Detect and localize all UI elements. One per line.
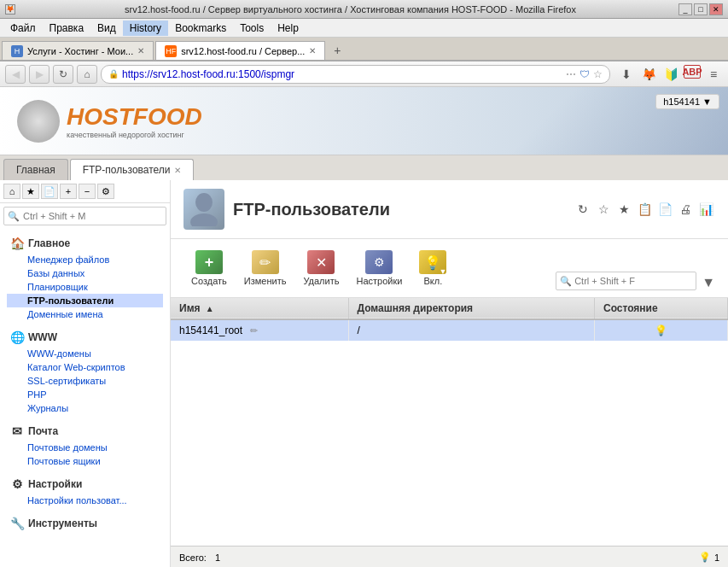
sidebar-item-logs[interactable]: Журналы xyxy=(7,401,163,415)
sidebar: ⌂ ★ 📄 + − ⚙ 🔍 🏠 Главное Менеджер файлов … xyxy=(0,180,171,567)
tools-section-icon: 🔧 xyxy=(10,517,24,530)
menu-bookmarks[interactable]: Bookmarks xyxy=(168,20,233,36)
col-state-label: Состояние xyxy=(603,302,658,314)
security-icon[interactable]: 🔰 xyxy=(661,65,680,84)
address-bar[interactable]: 🔒 ⋯ 🛡 ☆ xyxy=(101,65,610,84)
sidebar-header-settings[interactable]: ⚙ Настройки xyxy=(7,475,163,494)
delete-button[interactable]: ✕ Удалить xyxy=(295,246,347,290)
back-button[interactable]: ◀ xyxy=(5,65,26,84)
window-buttons[interactable]: _ □ ✕ xyxy=(678,3,723,15)
toolbar-print-icon[interactable]: 🖨 xyxy=(676,200,695,219)
sidebar-section-mail: ✉ Почта Почтовые домены Почтовые ящики xyxy=(0,417,170,470)
menu-tools[interactable]: Tools xyxy=(233,20,271,36)
sidebar-add-btn[interactable]: + xyxy=(60,184,77,199)
total-label: Всего: xyxy=(179,552,207,563)
menu-view[interactable]: Вид xyxy=(90,20,123,36)
maximize-button[interactable]: □ xyxy=(694,3,708,15)
sidebar-search-input[interactable] xyxy=(23,211,162,221)
title-bar-icon: 🦊 xyxy=(5,4,15,15)
browser-tab-2[interactable]: HF srv12.host-food.ru / Сервер... ✕ xyxy=(155,41,325,60)
delete-icon-shape: ✕ xyxy=(307,250,335,274)
row-edit-pencil[interactable]: ✏ xyxy=(250,325,258,336)
adblock-icon[interactable]: ABP xyxy=(684,65,701,79)
sidebar-item-www-domains[interactable]: WWW-домены xyxy=(7,347,163,360)
sidebar-header-mail[interactable]: ✉ Почта xyxy=(7,422,163,441)
toolbar-bookmarkfill-icon[interactable]: ★ xyxy=(614,200,633,219)
ftp-table: Имя ▲ Домашняя директория Состояние xyxy=(171,298,728,341)
logo-text: HOSTFOOD качественный недорогой хостинг xyxy=(67,103,202,139)
sidebar-item-mailboxes[interactable]: Почтовые ящики xyxy=(7,454,163,468)
menu-file[interactable]: Файл xyxy=(3,20,43,36)
sidebar-header-www[interactable]: 🌐 WWW xyxy=(7,328,163,347)
forward-button[interactable]: ▶ xyxy=(29,65,50,84)
sidebar-item-mail-domains[interactable]: Почтовые домены xyxy=(7,441,163,454)
close-button[interactable]: ✕ xyxy=(709,3,723,15)
sidebar-search-icon: 🔍 xyxy=(8,211,20,222)
toolbar-refresh-icon[interactable]: ↻ xyxy=(574,200,592,219)
table-wrap: Имя ▲ Домашняя директория Состояние xyxy=(171,298,728,546)
sidebar-section-www: 🌐 WWW WWW-домены Каталог Web-скриптов SS… xyxy=(0,323,170,417)
menu-help[interactable]: Help xyxy=(271,20,306,36)
sidebar-item-web-scripts[interactable]: Каталог Web-скриптов xyxy=(7,360,163,374)
tab1-close[interactable]: ✕ xyxy=(137,46,144,56)
col-homedir[interactable]: Домашняя директория xyxy=(348,298,594,319)
sidebar-doc-btn[interactable]: 📄 xyxy=(41,184,58,199)
table-row[interactable]: h154141_root ✏ / 💡 xyxy=(171,319,728,341)
toolbar-share-icon[interactable]: 📋 xyxy=(635,200,654,219)
sidebar-fav-btn[interactable]: ★ xyxy=(22,184,39,199)
col-name[interactable]: Имя ▲ xyxy=(171,298,348,319)
menu-icon[interactable]: ≡ xyxy=(704,65,723,84)
minimize-button[interactable]: _ xyxy=(678,3,692,15)
table-search-box[interactable]: 🔍 xyxy=(556,272,696,290)
table-search-input[interactable] xyxy=(574,276,692,286)
sidebar-item-databases[interactable]: Базы данных xyxy=(7,266,163,280)
menu-edit[interactable]: Правка xyxy=(43,20,91,36)
new-tab-button[interactable]: + xyxy=(327,41,347,60)
sidebar-item-ftp[interactable]: FTP-пользователи xyxy=(7,294,163,307)
page-tab-ftp-close[interactable]: ✕ xyxy=(174,166,181,175)
bookmark-star-icon[interactable]: ☆ xyxy=(593,68,603,80)
main-section-icon: 🏠 xyxy=(10,237,24,250)
sidebar-item-php[interactable]: PHP xyxy=(7,388,163,401)
sidebar-settings-btn[interactable]: ⚙ xyxy=(97,184,114,199)
home-button[interactable]: ⌂ xyxy=(77,65,97,84)
menu-history[interactable]: History xyxy=(123,20,168,36)
sidebar-item-domain-names[interactable]: Доменные имена xyxy=(7,307,163,321)
address-input[interactable] xyxy=(122,68,562,80)
main-area: ⌂ ★ 📄 + − ⚙ 🔍 🏠 Главное Менеджер файлов … xyxy=(0,180,728,567)
user-menu[interactable]: h154141 ▼ xyxy=(655,94,719,109)
download-icon[interactable]: ⬇ xyxy=(617,65,636,84)
page-tab-ftp[interactable]: FTP-пользователи ✕ xyxy=(70,159,194,180)
page-tab-home[interactable]: Главная xyxy=(3,159,68,180)
browser-tab-1[interactable]: H Услуги - Хостинг - Мои... ✕ xyxy=(2,41,154,60)
sidebar-item-ssl[interactable]: SSL-сертификаты xyxy=(7,374,163,388)
sidebar-item-settings-users[interactable]: Настройки пользоват... xyxy=(7,494,163,507)
settings-btn-label: Настройки xyxy=(356,276,402,286)
edit-icon-shape: ✏ xyxy=(252,250,279,274)
browser-tab-bar: H Услуги - Хостинг - Мои... ✕ HF srv12.h… xyxy=(0,38,728,61)
tab2-close[interactable]: ✕ xyxy=(309,46,316,56)
sidebar-header-tools[interactable]: 🔧 Инструменты xyxy=(7,514,163,533)
settings-button[interactable]: ⚙ Настройки xyxy=(348,246,410,290)
fox-icon[interactable]: 🦊 xyxy=(639,65,658,84)
edit-button[interactable]: ✏ Изменить xyxy=(236,246,294,290)
action-toolbar: Создать ✏ Изменить ✕ Удалить ⚙ Настройки xyxy=(171,239,728,298)
sidebar-header-main[interactable]: 🏠 Главное xyxy=(7,234,163,253)
enable-button[interactable]: 💡 ▼ Вкл. xyxy=(411,246,454,290)
app-header: HOSTFOOD качественный недорогой хостинг … xyxy=(0,87,728,155)
col-state[interactable]: Состояние xyxy=(594,298,727,319)
delete-btn-icon: ✕ xyxy=(307,250,335,274)
sidebar-item-scheduler[interactable]: Планировщик xyxy=(7,280,163,294)
sidebar-minus-btn[interactable]: − xyxy=(79,184,96,199)
refresh-button[interactable]: ↻ xyxy=(53,65,73,84)
sidebar-home-btn[interactable]: ⌂ xyxy=(3,184,20,199)
filter-icon[interactable]: ▼ xyxy=(702,275,715,290)
create-button[interactable]: Создать xyxy=(183,246,235,290)
create-icon-shape xyxy=(195,250,223,274)
sidebar-search-box[interactable]: 🔍 xyxy=(3,207,166,225)
sidebar-item-filemanager[interactable]: Менеджер файлов xyxy=(7,253,163,266)
toolbar-bookmark-icon[interactable]: ☆ xyxy=(594,200,613,219)
toolbar-chart-icon[interactable]: 📊 xyxy=(696,200,715,219)
toolbar-doc-icon[interactable]: 📄 xyxy=(655,200,674,219)
title-bar-controls[interactable]: 🦊 xyxy=(5,4,15,15)
